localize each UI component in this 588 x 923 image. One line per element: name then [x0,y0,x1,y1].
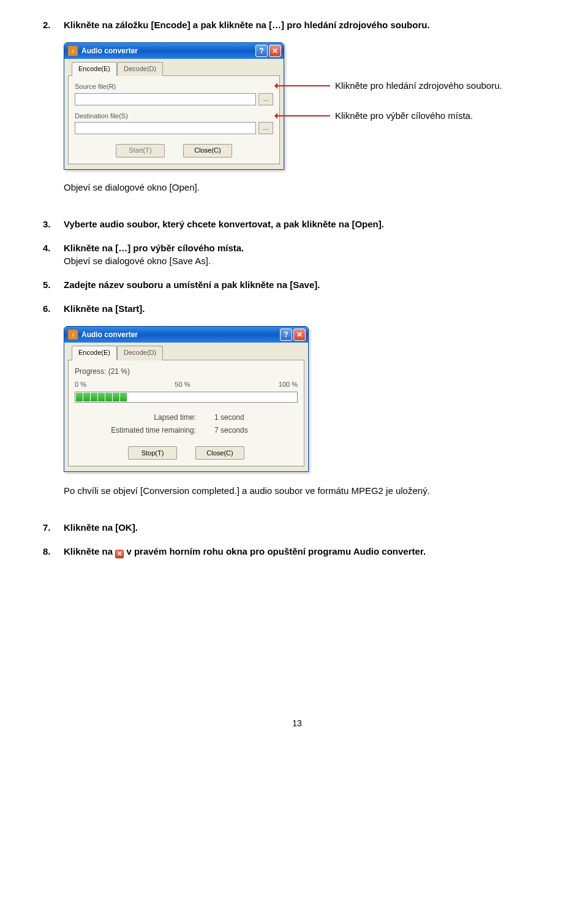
lapsed-row: Lapsed time: 1 second [75,411,298,424]
step-8-num: 8. [43,545,56,558]
stop-button[interactable]: Stop(T) [128,446,177,460]
step-7-text: Klikněte na [OK]. [64,521,138,534]
tab-encode[interactable]: Encode(E) [72,62,117,76]
window-body: Encode(E) Decode(D) Progress: (21 %) 0 %… [64,343,308,471]
callout-1-text: Klikněte pro hledání zdrojového souboru. [335,79,502,92]
pct-0: 0 % [75,380,86,389]
source-file-label: Source file(R) [75,82,273,91]
step-8-before: Klikněte na [64,546,115,556]
arrow-icon [275,115,330,116]
help-button[interactable]: ? [255,45,268,57]
dest-file-label: Destination file(S) [75,112,273,121]
progress-segment [76,393,83,401]
close-x-icon: ✕ [115,550,124,558]
step-6-text: Klikněte na [Start]. [64,302,145,315]
dest-file-row: ... [75,122,273,134]
pct-50: 50 % [175,380,190,389]
dest-browse-button[interactable]: ... [258,122,273,134]
close-button[interactable]: ✕ [293,329,306,341]
button-row: Stop(T) Close(C) [75,446,298,460]
step-8: 8. Klikněte na ✕ v pravém horním rohu ok… [43,545,551,558]
tab-decode[interactable]: Decode(D) [117,62,163,76]
titlebar: ♪ Audio converter ? ✕ [64,327,308,343]
audio-converter-window-1: ♪ Audio converter ? ✕ Encode(E) Decode(D… [64,42,284,170]
dest-file-input[interactable] [75,122,256,134]
progress-segment [83,393,90,401]
tab-panel: Source file(R) ... Destination file(S) .… [68,75,280,164]
step-6-note: Po chvíli se objeví [Conversion complete… [64,484,551,497]
percent-row: 0 % 50 % 100 % [75,380,298,389]
progress-segment [98,393,105,401]
step-3-text: Vyberte audio soubor, který chcete konve… [64,218,384,230]
lapsed-value: 1 second [214,412,294,423]
remaining-value: 7 seconds [214,425,294,436]
progress-text: Progress: (21 %) [75,367,298,377]
button-row: Start(T) Close(C) [75,144,273,158]
step-2: 2. Klikněte na záložku [Encode] a pak kl… [43,18,551,31]
close-button-2[interactable]: Close(C) [195,446,244,460]
source-browse-button[interactable]: ... [258,93,273,105]
step-4-text: Klikněte na […] pro výběr cílového místa… [64,243,244,253]
step-6-num: 6. [43,302,56,315]
pct-100: 100 % [279,380,298,389]
progress-bar [75,392,298,403]
callout-2-text: Klikněte pro výběr cílového místa. [335,109,473,122]
step-2-note: Objeví se dialogové okno [Open]. [64,181,551,194]
step-6: 6. Klikněte na [Start]. [43,302,551,315]
step-2-num: 2. [43,18,56,31]
step-4: 4. Klikněte na […] pro výběr cílového mí… [43,241,551,267]
audio-converter-window-2: ♪ Audio converter ? ✕ Encode(E) Decode(D… [64,326,309,472]
callout-1: Klikněte pro hledání zdrojového souboru. [284,79,502,92]
close-button[interactable]: ✕ [269,45,281,57]
progress-segment [105,393,112,401]
progress-segment [91,393,97,401]
tab-panel: Progress: (21 %) 0 % 50 % 100 % Lapsed t… [68,360,304,467]
close-button-2[interactable]: Close(C) [183,144,232,158]
step-4-body: Klikněte na […] pro výběr cílového místa… [64,241,244,267]
source-file-row: ... [75,93,273,105]
window-body: Encode(E) Decode(D) Source file(R) ... D… [64,59,284,169]
progress-segment [120,393,127,401]
tab-decode[interactable]: Decode(D) [117,346,163,360]
callouts: Klikněte pro hledání zdrojového souboru.… [284,42,502,122]
step-8-body: Klikněte na ✕ v pravém horním rohu okna … [64,545,426,558]
help-button[interactable]: ? [280,329,292,341]
progress-segment [113,393,119,401]
app-icon: ♪ [68,46,78,56]
source-file-input[interactable] [75,93,256,105]
app-icon: ♪ [68,330,78,340]
step-3: 3. Vyberte audio soubor, který chcete ko… [43,218,551,230]
step-8-after: v pravém horním rohu okna pro opuštění p… [126,546,426,556]
callout-2: Klikněte pro výběr cílového místa. [284,109,502,122]
step-3-num: 3. [43,218,56,230]
step-5-num: 5. [43,278,56,291]
tabs-row: Encode(E) Decode(D) [68,345,304,359]
remaining-row: Estimated time remaining: 7 seconds [75,424,298,437]
lapsed-label: Lapsed time: [78,412,214,423]
start-button[interactable]: Start(T) [116,144,165,158]
tabs-row: Encode(E) Decode(D) [68,61,280,75]
step-7-num: 7. [43,521,56,534]
tab-encode[interactable]: Encode(E) [72,346,117,360]
arrow-icon [275,85,330,86]
titlebar: ♪ Audio converter ? ✕ [64,43,284,59]
step-2-text: Klikněte na záložku [Encode] a pak klikn… [64,18,430,31]
page-number: 13 [43,718,551,730]
window-title: Audio converter [81,330,279,340]
step-4-note: Objeví se dialogové okno [Save As]. [64,256,211,266]
window-title: Audio converter [81,46,254,56]
window1-wrapper: ♪ Audio converter ? ✕ Encode(E) Decode(D… [64,42,551,170]
step-5: 5. Zadejte název souboru a umístění a pa… [43,278,551,291]
step-7: 7. Klikněte na [OK]. [43,521,551,534]
step-5-text: Zadejte název souboru a umístění a pak k… [64,278,320,291]
step-4-num: 4. [43,241,56,254]
remaining-label: Estimated time remaining: [78,425,214,436]
